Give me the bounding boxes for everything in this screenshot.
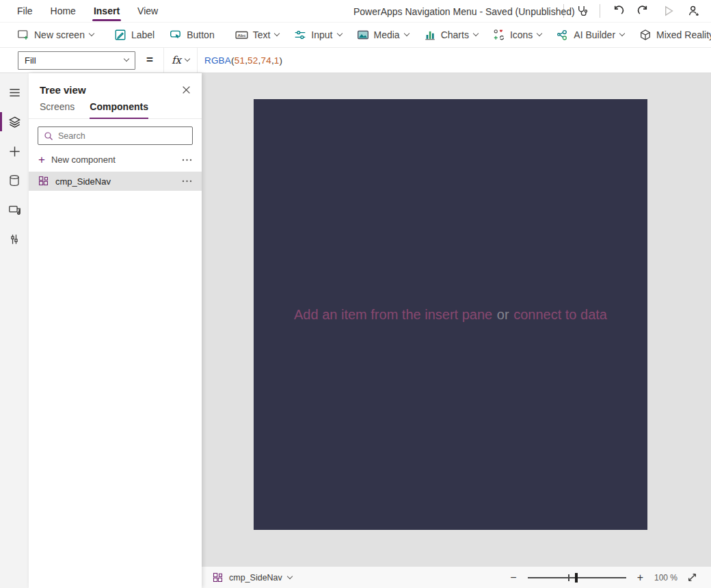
chevron-down-icon (185, 56, 190, 62)
button-icon (170, 29, 182, 41)
label-pencil-icon (114, 29, 126, 41)
tree-view-panel: Tree view Screens Components (29, 73, 202, 588)
property-select-value: Fill (25, 55, 36, 66)
insert-pane-link[interactable]: Add an item from the insert pane (294, 307, 492, 322)
chevron-down-icon (287, 573, 293, 578)
menu-tab-home[interactable]: Home (51, 0, 76, 22)
svg-text:Abc: Abc (237, 33, 245, 38)
close-icon[interactable] (182, 85, 191, 94)
component-item-cmp-sidenav[interactable]: cmp_SideNav (29, 172, 202, 191)
advanced-tools-icon[interactable] (0, 229, 29, 250)
component-canvas[interactable]: Add an item from the insert paneorconnec… (254, 99, 647, 530)
canvas-area: Add an item from the insert paneorconnec… (202, 73, 711, 588)
equals-sign: = (146, 53, 153, 67)
zoom-in-button[interactable]: + (636, 572, 645, 583)
data-sources-icon[interactable] (0, 170, 29, 191)
ribbon-label: New screen (34, 29, 85, 40)
ribbon-mixed-reality[interactable]: Mixed Reality (632, 23, 711, 47)
zoom-level-label: 100 % (654, 573, 678, 583)
ribbon-label: Icons (510, 29, 533, 40)
play-preview-icon[interactable] (661, 3, 676, 18)
tree-view-icon[interactable] (0, 111, 29, 132)
formula-token: 52 (247, 55, 258, 66)
formula-token: ) (280, 55, 283, 66)
menu-icon[interactable] (0, 82, 29, 103)
menubar: File Home Insert View PowerApps Navigati… (0, 0, 711, 23)
ribbon-new-screen[interactable]: New screen (10, 23, 101, 47)
more-options-button[interactable] (182, 180, 192, 183)
left-rail (0, 73, 29, 588)
input-sliders-icon (294, 29, 306, 41)
empty-canvas-hint: Add an item from the insert paneorconnec… (294, 307, 607, 323)
selected-component-selector[interactable]: cmp_SideNav (213, 572, 292, 583)
ribbon-charts[interactable]: Charts (416, 23, 485, 47)
separator (600, 4, 600, 18)
app-title: PowerApps Navigation Menu - Saved (Unpub… (353, 0, 575, 23)
tab-components[interactable]: Components (90, 101, 148, 118)
ribbon-label: Charts (441, 29, 469, 40)
chevron-down-icon (619, 31, 625, 36)
formula-token: 74 (260, 55, 271, 66)
menu-tab-file[interactable]: File (17, 0, 33, 22)
ribbon-label: AI Builder (574, 29, 615, 40)
zoom-out-button[interactable]: − (509, 572, 518, 583)
more-options-button[interactable] (182, 159, 192, 161)
chevron-down-icon (124, 56, 129, 62)
search-box (38, 126, 193, 145)
search-input[interactable] (58, 131, 187, 141)
ribbon-label: Mixed Reality (656, 29, 711, 40)
ribbon-icons[interactable]: Icons (485, 23, 549, 47)
insert-plus-icon[interactable] (0, 141, 29, 161)
ribbon-label: Text (253, 29, 271, 40)
search-icon (44, 131, 53, 141)
formula-token: 1 (274, 55, 280, 66)
zoom-slider-handle[interactable] (575, 573, 578, 583)
charts-bar-icon (424, 29, 436, 41)
formula-bar: Fill = fx RGBA(51,52,74,1) (0, 48, 711, 73)
plus-icon: + (38, 154, 45, 165)
share-user-icon[interactable] (686, 3, 701, 18)
new-screen-icon (17, 29, 29, 41)
icons-grid-icon (493, 29, 505, 41)
ribbon-input[interactable]: Input (286, 23, 349, 47)
new-component-button[interactable]: + New component (29, 150, 202, 169)
chevron-down-icon (537, 31, 542, 36)
redo-icon[interactable] (636, 3, 651, 18)
menubar-actions (563, 3, 711, 18)
property-select[interactable]: Fill (18, 51, 135, 70)
media-icon[interactable] (0, 200, 29, 220)
powerapps-studio: File Home Insert View PowerApps Navigati… (0, 0, 711, 588)
chevron-down-icon (89, 31, 94, 36)
ribbon-label: Media (374, 29, 400, 40)
connect-to-data-link[interactable]: connect to data (513, 307, 607, 322)
ribbon-label: Input (311, 29, 332, 40)
status-bar: cmp_SideNav − + 100 % (202, 566, 711, 588)
zoom-slider[interactable] (528, 572, 626, 583)
fit-to-window-icon[interactable] (687, 572, 697, 583)
ribbon-label: Button (187, 29, 214, 40)
menu-tab-view[interactable]: View (137, 0, 158, 22)
tab-screens[interactable]: Screens (40, 101, 75, 118)
menu-tab-insert[interactable]: Insert (94, 0, 120, 22)
app-checker-icon[interactable] (574, 3, 589, 18)
fx-label: fx (172, 54, 181, 66)
ribbon-text[interactable]: Abc Text (228, 23, 287, 47)
ribbon-label-control[interactable]: Label (107, 23, 162, 47)
ribbon-ai-builder[interactable]: AI Builder (549, 23, 632, 47)
selected-component-name: cmp_SideNav (229, 573, 282, 583)
or-word: or (497, 307, 509, 322)
tree-view-tabs: Screens Components (29, 101, 202, 119)
zoom-controls: − + 100 % (509, 572, 697, 583)
ribbon-button-control[interactable]: Button (162, 23, 222, 47)
studio-body: Tree view Screens Components (0, 73, 711, 588)
chevron-down-icon (336, 31, 342, 36)
formula-input[interactable]: RGBA(51,52,74,1) (198, 55, 282, 66)
fx-button[interactable]: fx (163, 48, 198, 72)
tree-view-title: Tree view (40, 84, 86, 96)
ribbon-media[interactable]: Media (349, 23, 416, 47)
tree-view-header: Tree view (29, 73, 202, 101)
chevron-down-icon (274, 31, 280, 36)
ai-builder-icon (556, 29, 569, 41)
chevron-down-icon (473, 31, 479, 36)
undo-icon[interactable] (611, 3, 626, 18)
